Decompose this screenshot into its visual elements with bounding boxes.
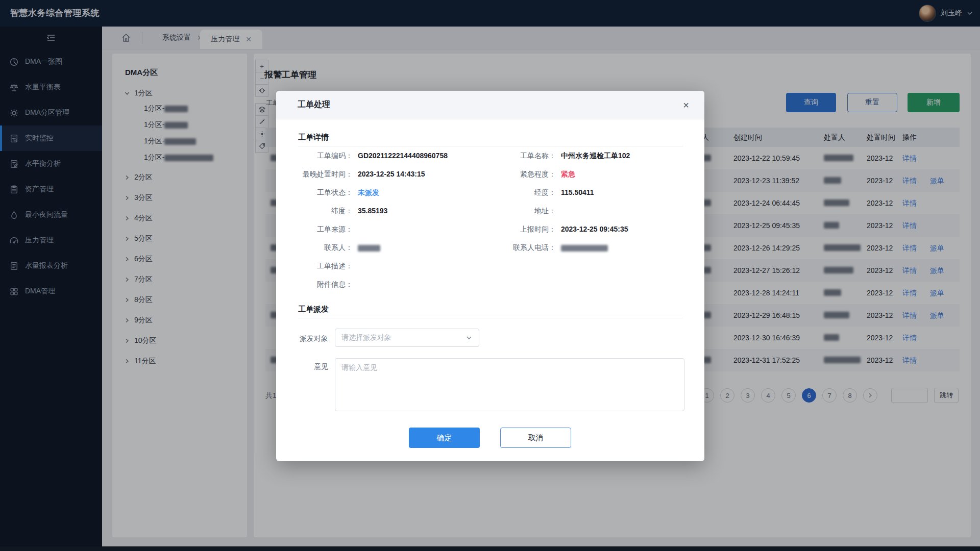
section-title-dispatch: 工单派发 xyxy=(298,305,329,314)
longitude-value: 115.50411 xyxy=(561,188,594,196)
field-label: 地址： xyxy=(489,207,556,216)
deadline-value: 2023-12-25 14:43:15 xyxy=(358,170,425,178)
chevron-down-icon xyxy=(465,334,473,341)
field-label: 紧急程度： xyxy=(489,170,556,179)
field-label: 工单描述： xyxy=(286,262,353,271)
field-label: 附件信息： xyxy=(286,280,353,289)
close-icon[interactable]: × xyxy=(679,98,693,112)
modal-title: 工单处理 xyxy=(298,99,330,110)
section-divider xyxy=(298,318,683,318)
contact-phone-value xyxy=(561,243,608,252)
field-label: 纬度： xyxy=(286,207,353,216)
redacted-text xyxy=(358,245,380,252)
confirm-button[interactable]: 确定 xyxy=(409,428,480,448)
redacted-text xyxy=(561,245,608,252)
report-time-value: 2023-12-25 09:45:35 xyxy=(561,225,628,233)
cancel-button[interactable]: 取消 xyxy=(500,428,571,448)
field-label: 工单状态： xyxy=(286,188,353,197)
app-window: 智慧水务综合管理系统 刘玉峰 DMA一张图 xyxy=(0,0,980,551)
opinion-label: 意见 xyxy=(262,362,328,371)
dispatch-target-label: 派发对象 xyxy=(262,334,328,343)
dispatch-target-select[interactable]: 请选择派发对象 xyxy=(335,329,479,347)
field-label: 经度： xyxy=(489,188,556,197)
section-divider xyxy=(298,146,683,146)
field-label: 工单来源： xyxy=(286,225,353,234)
field-label: 最晚处置时间： xyxy=(286,170,353,179)
field-label: 上报时间： xyxy=(489,225,556,234)
field-label: 工单名称： xyxy=(489,152,556,161)
field-label: 联系人电话： xyxy=(489,243,556,253)
field-label: 工单编码： xyxy=(286,152,353,161)
workorder-code: GD20211222144408960758 xyxy=(358,152,448,160)
select-placeholder: 请选择派发对象 xyxy=(341,333,465,342)
urgency-badge: 紧急 xyxy=(561,170,575,179)
contact-value xyxy=(358,243,380,252)
workorder-name: 中州水务巡检工单102 xyxy=(561,152,630,161)
workorder-process-modal: 工单处理 × 工单详情 工单编码： GD20211222144408960758… xyxy=(276,91,704,461)
opinion-textarea[interactable] xyxy=(335,358,684,411)
field-label: 联系人： xyxy=(286,243,353,253)
modal-header: 工单处理 × xyxy=(276,91,704,119)
latitude-value: 35.85193 xyxy=(358,207,387,215)
status-badge: 未派发 xyxy=(358,188,379,197)
section-title-detail: 工单详情 xyxy=(298,133,329,142)
